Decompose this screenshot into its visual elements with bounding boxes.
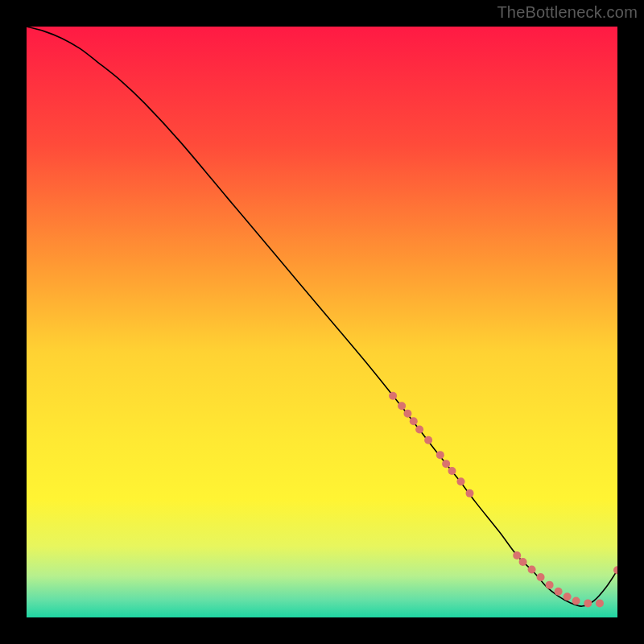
marker-dot bbox=[564, 592, 572, 601]
marker-dot bbox=[389, 392, 397, 400]
gradient-background bbox=[27, 27, 617, 617]
plot-area bbox=[27, 27, 617, 617]
marker-dot bbox=[466, 489, 474, 497]
marker-dot bbox=[596, 599, 604, 607]
marker-dot bbox=[572, 597, 580, 605]
marker-dot bbox=[546, 581, 554, 589]
marker-dot bbox=[528, 566, 536, 574]
marker-dot bbox=[415, 426, 423, 434]
chart-stage: TheBottleneck.com bbox=[0, 0, 644, 644]
marker-dot bbox=[456, 477, 464, 485]
marker-dot bbox=[403, 410, 411, 418]
marker-dot bbox=[436, 451, 444, 459]
marker-dot bbox=[448, 467, 456, 475]
marker-dot bbox=[584, 599, 592, 607]
watermark-text: TheBottleneck.com bbox=[497, 3, 638, 22]
marker-dot bbox=[398, 402, 406, 410]
marker-dot bbox=[410, 417, 418, 425]
marker-dot bbox=[519, 558, 527, 566]
marker-dot bbox=[513, 551, 521, 559]
chart-svg bbox=[27, 27, 617, 617]
marker-dot bbox=[555, 588, 563, 596]
marker-dot bbox=[424, 436, 432, 444]
marker-dot bbox=[442, 460, 450, 468]
marker-dot bbox=[537, 573, 545, 581]
